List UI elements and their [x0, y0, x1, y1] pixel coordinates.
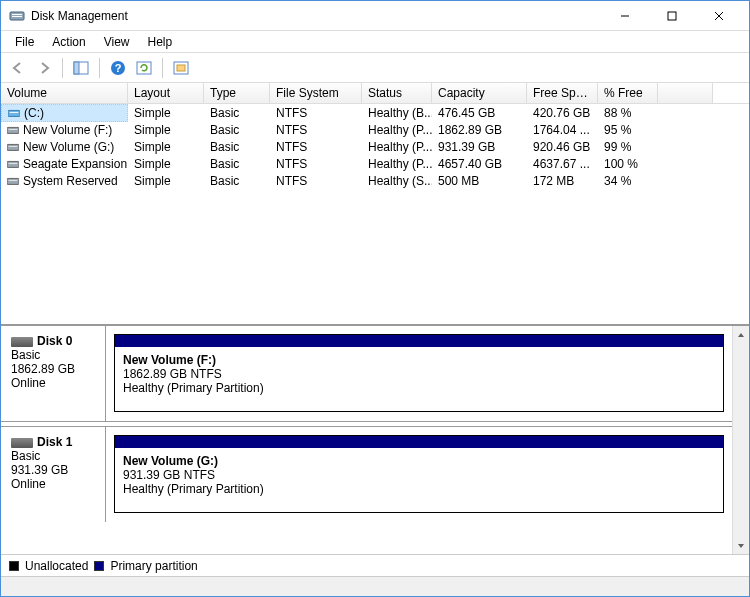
legend-label-unallocated: Unallocated: [25, 559, 88, 573]
disk-name: Disk 0: [37, 334, 72, 348]
volume-row[interactable]: Seagate Expansion...SimpleBasicNTFSHealt…: [1, 155, 749, 172]
menu-view[interactable]: View: [96, 33, 138, 51]
disk-name: Disk 1: [37, 435, 72, 449]
volume-free-cell: 420.76 GB: [527, 105, 598, 121]
column-header-free-space[interactable]: Free Spa...: [527, 83, 598, 103]
partition-title: New Volume (G:): [123, 454, 715, 468]
scroll-up-button[interactable]: [733, 326, 749, 343]
settings-button[interactable]: [170, 57, 192, 79]
disk-panel-scrollbar[interactable]: [732, 326, 749, 554]
volume-layout-cell: Simple: [128, 105, 204, 121]
menu-help[interactable]: Help: [140, 33, 181, 51]
disk-type: Basic: [11, 348, 95, 362]
svg-rect-17: [9, 129, 18, 130]
volume-status-cell: Healthy (P...: [362, 156, 432, 172]
disk-graphical-view: Disk 0Basic1862.89 GBOnlineNew Volume (F…: [1, 325, 749, 554]
volume-name-cell: System Reserved: [1, 173, 128, 189]
scrollbar-track[interactable]: [733, 343, 749, 537]
show-hide-console-tree-button[interactable]: [70, 57, 92, 79]
column-header-capacity[interactable]: Capacity: [432, 83, 527, 103]
partition-body: New Volume (G:)931.39 GB NTFSHealthy (Pr…: [115, 448, 723, 502]
volume-name: (C:): [24, 106, 44, 120]
refresh-button[interactable]: [133, 57, 155, 79]
volume-row[interactable]: New Volume (G:)SimpleBasicNTFSHealthy (P…: [1, 138, 749, 155]
disk-state: Online: [11, 477, 95, 491]
disk-partitions: New Volume (G:)931.39 GB NTFSHealthy (Pr…: [106, 427, 732, 522]
volume-layout-cell: Simple: [128, 122, 204, 138]
menu-bar: File Action View Help: [1, 31, 749, 53]
volume-list-header: Volume Layout Type File System Status Ca…: [1, 83, 749, 104]
volume-status-cell: Healthy (B...: [362, 105, 432, 121]
disk-state: Online: [11, 376, 95, 390]
legend-swatch-primary: [94, 561, 104, 571]
volume-capacity-cell: 476.45 GB: [432, 105, 527, 121]
column-header-spacer[interactable]: [658, 83, 713, 103]
volume-pct-cell: 100 %: [598, 156, 658, 172]
volume-status-cell: Healthy (P...: [362, 139, 432, 155]
volume-type-cell: Basic: [204, 139, 270, 155]
volume-pct-cell: 34 %: [598, 173, 658, 189]
volume-status-cell: Healthy (S...: [362, 173, 432, 189]
partition[interactable]: New Volume (G:)931.39 GB NTFSHealthy (Pr…: [114, 435, 724, 513]
svg-rect-20: [7, 161, 19, 167]
volume-type-cell: Basic: [204, 105, 270, 121]
volume-name-cell: (C:): [1, 104, 128, 122]
disk-row[interactable]: Disk 1Basic931.39 GBOnlineNew Volume (G:…: [1, 427, 732, 522]
partition-header: [115, 335, 723, 347]
disk-info: Disk 0Basic1862.89 GBOnline: [1, 326, 106, 421]
scroll-down-button[interactable]: [733, 537, 749, 554]
volume-type-cell: Basic: [204, 122, 270, 138]
volume-row[interactable]: (C:)SimpleBasicNTFSHealthy (B...476.45 G…: [1, 104, 749, 121]
legend: Unallocated Primary partition: [1, 554, 749, 576]
disk-icon: [11, 337, 33, 347]
volume-fs-cell: NTFS: [270, 122, 362, 138]
partition-line2: Healthy (Primary Partition): [123, 482, 715, 496]
back-button[interactable]: [7, 57, 29, 79]
volume-capacity-cell: 4657.40 GB: [432, 156, 527, 172]
close-button[interactable]: [696, 2, 741, 30]
partition-line1: 1862.89 GB NTFS: [123, 367, 715, 381]
column-header-percent-free[interactable]: % Free: [598, 83, 658, 103]
help-button[interactable]: ?: [107, 57, 129, 79]
disk-row[interactable]: Disk 0Basic1862.89 GBOnlineNew Volume (F…: [1, 326, 732, 421]
maximize-button[interactable]: [649, 2, 694, 30]
volume-name: New Volume (F:): [23, 123, 112, 137]
menu-action[interactable]: Action: [44, 33, 93, 51]
svg-rect-18: [7, 144, 19, 150]
partition-title: New Volume (F:): [123, 353, 715, 367]
legend-swatch-unallocated: [9, 561, 19, 571]
drive-icon: [7, 176, 19, 186]
partition[interactable]: New Volume (F:)1862.89 GB NTFSHealthy (P…: [114, 334, 724, 412]
partition-line1: 931.39 GB NTFS: [123, 468, 715, 482]
volume-fs-cell: NTFS: [270, 105, 362, 121]
toolbar: ?: [1, 53, 749, 83]
column-header-volume[interactable]: Volume: [1, 83, 128, 103]
column-header-filesystem[interactable]: File System: [270, 83, 362, 103]
svg-rect-21: [9, 163, 18, 164]
volume-free-cell: 172 MB: [527, 173, 598, 189]
partition-line2: Healthy (Primary Partition): [123, 381, 715, 395]
column-header-type[interactable]: Type: [204, 83, 270, 103]
volume-row[interactable]: New Volume (F:)SimpleBasicNTFSHealthy (P…: [1, 121, 749, 138]
title-bar: Disk Management: [1, 1, 749, 31]
volume-status-cell: Healthy (P...: [362, 122, 432, 138]
partition-header: [115, 436, 723, 448]
svg-rect-8: [74, 62, 79, 74]
volume-list: Volume Layout Type File System Status Ca…: [1, 83, 749, 325]
volume-layout-cell: Simple: [128, 139, 204, 155]
svg-rect-1: [12, 14, 22, 15]
volume-type-cell: Basic: [204, 156, 270, 172]
toolbar-separator: [162, 58, 163, 78]
svg-rect-11: [137, 62, 151, 74]
column-header-status[interactable]: Status: [362, 83, 432, 103]
svg-rect-15: [10, 112, 19, 113]
volume-name: New Volume (G:): [23, 140, 114, 154]
volume-row[interactable]: System ReservedSimpleBasicNTFSHealthy (S…: [1, 172, 749, 189]
minimize-button[interactable]: [602, 2, 647, 30]
volume-type-cell: Basic: [204, 173, 270, 189]
menu-file[interactable]: File: [7, 33, 42, 51]
volume-capacity-cell: 931.39 GB: [432, 139, 527, 155]
column-header-layout[interactable]: Layout: [128, 83, 204, 103]
forward-button[interactable]: [33, 57, 55, 79]
svg-rect-16: [7, 127, 19, 133]
